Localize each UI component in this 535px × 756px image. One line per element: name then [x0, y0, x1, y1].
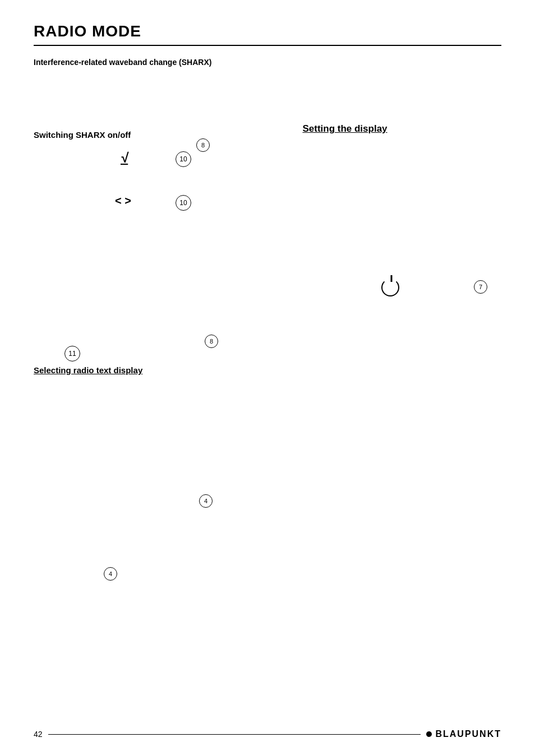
nav-arrows: < > [115, 194, 131, 207]
selecting-radio-text-title: Selecting radio text display [34, 365, 142, 375]
page-container: RADIO MODE Interference-related waveband… [0, 0, 535, 756]
power-line [391, 275, 393, 282]
circle-7: 7 [474, 280, 487, 294]
brand-name: BLAUPUNKT [435, 729, 501, 739]
circle-8-mid: 8 [205, 335, 218, 348]
circle-4-top: 4 [199, 494, 213, 508]
brand-dot [426, 731, 432, 737]
bottom-bar: 42 BLAUPUNKT [34, 729, 501, 739]
section-subtitle: Interference-related waveband change (SH… [34, 57, 501, 68]
circle-10-bottom: 10 [176, 195, 191, 211]
circle-10-top: 10 [176, 151, 191, 167]
page-number: 42 [34, 730, 43, 739]
switching-sharx-title: Switching SHARX on/off [34, 130, 131, 140]
title-divider [34, 45, 501, 46]
circle-4-bottom: 4 [104, 567, 117, 581]
content-area: Switching SHARX on/off 8 √ 10 7 < > 10 8… [34, 85, 501, 702]
brand-logo: BLAUPUNKT [426, 729, 501, 739]
power-icon-wrapper [381, 279, 402, 299]
bottom-line [48, 734, 421, 735]
arrow-down-symbol: √ [121, 150, 128, 166]
page-title: RADIO MODE [34, 22, 501, 40]
circle-8-top: 8 [196, 138, 210, 152]
circle-11: 11 [64, 346, 80, 361]
